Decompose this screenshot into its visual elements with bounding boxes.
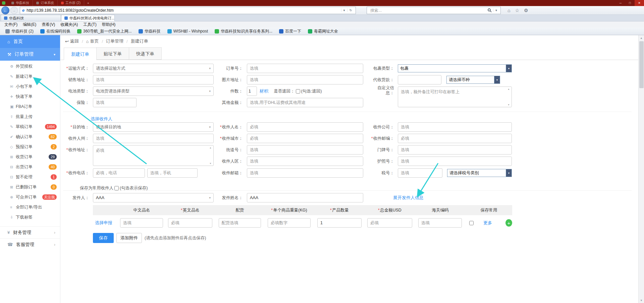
settings-icon[interactable]: ⚙: [524, 8, 528, 13]
sidebar-item[interactable]: ✔ 确认订单 82: [0, 132, 60, 142]
en-name-input[interactable]: [168, 218, 212, 228]
favorite-item[interactable]: 在线编码转换: [38, 28, 73, 34]
new-tab-button[interactable]: +: [84, 1, 92, 5]
order-no-input[interactable]: [247, 64, 363, 73]
search-dropdown-icon[interactable]: ▾: [493, 8, 499, 12]
sidebar-item[interactable]: ⊟ 出货订单 40: [0, 162, 60, 172]
recipient-address-textarea[interactable]: 必填 ▲▼: [93, 145, 214, 166]
sidebar-item-finance[interactable]: ¥ 财务管理 ›: [0, 226, 60, 238]
scroll-down-icon[interactable]: ▼: [639, 298, 644, 303]
sidebar-item[interactable]: ⊠ 已删除订单 0: [0, 182, 60, 192]
menu-item[interactable]: 编辑(E): [20, 22, 39, 27]
tax-type-select[interactable]: 请选择税号类别▼: [447, 169, 512, 177]
favorite-item[interactable]: 华磊科技: [136, 28, 163, 34]
forward-button[interactable]: →: [10, 7, 18, 14]
favorite-item[interactable]: 毒霸网址大全: [305, 28, 341, 34]
sidebar-item-order-management[interactable]: ⚒ 订单管理 ▾: [0, 48, 60, 61]
close-button[interactable]: ✕: [635, 0, 644, 6]
pieces-input[interactable]: [247, 86, 257, 96]
add-attachment-button[interactable]: 添加附件: [116, 233, 142, 243]
menu-item[interactable]: 工具(T): [81, 22, 99, 27]
battery-type-select[interactable]: 电池货请选择类型▾: [93, 86, 214, 96]
scroll-up-icon[interactable]: ▲: [209, 146, 212, 149]
titlebar-tab[interactable]: 华磊科技: [8, 0, 33, 6]
back-button[interactable]: ←: [1, 6, 9, 14]
sender-select[interactable]: AAA▾: [93, 193, 214, 202]
favorite-item[interactable]: 华磊科技知识共享任务系列...: [212, 28, 275, 34]
favorite-item[interactable]: WISH邮 - Wishpost: [165, 28, 211, 34]
cn-name-input[interactable]: [120, 218, 163, 228]
recipient-email-input[interactable]: [247, 168, 363, 178]
house-no-input[interactable]: [398, 145, 512, 155]
sidebar-item[interactable]: ⇩ 下载标签: [0, 212, 60, 222]
titlebar-tab[interactable]: 订单系统: [33, 0, 58, 6]
sidebar-item[interactable]: ◇ 预报订单 2: [0, 142, 60, 152]
scroll-up-icon[interactable]: ▲: [639, 35, 644, 41]
currency-select[interactable]: 请选择币种▼: [446, 76, 500, 84]
scroll-up-icon[interactable]: ▲: [507, 88, 510, 90]
recipient-zip-input[interactable]: [398, 134, 512, 143]
other-amount-input[interactable]: [247, 98, 363, 107]
sidebar-item[interactable]: ✈ 快递下单: [0, 92, 60, 102]
passport-input[interactable]: [398, 157, 512, 166]
choose-recipient-link[interactable]: 选择收件人: [91, 116, 112, 122]
favorite-item[interactable]: 百度一下: [276, 28, 304, 34]
vertical-scrollbar[interactable]: ▲ ▼: [638, 35, 644, 303]
autocomplete-dropdown-icon[interactable]: ▾: [341, 8, 347, 12]
insurance-input[interactable]: [93, 98, 137, 107]
back-link[interactable]: ↩ 返回: [65, 38, 79, 44]
sidebar-item[interactable]: ✎ 草稿订单 1494: [0, 122, 60, 132]
unit-weight-input[interactable]: [268, 218, 311, 228]
menu-item[interactable]: 帮助(H): [100, 22, 118, 27]
sidebar-item[interactable]: ✎ 新建订单: [0, 71, 60, 81]
sidebar-item-customer-service[interactable]: ☎ 客服管理 ›: [0, 238, 60, 250]
choose-declare-link[interactable]: 选择申报: [95, 220, 112, 226]
recipient-state-input[interactable]: [93, 134, 214, 143]
sales-address-input[interactable]: [93, 75, 214, 84]
sidebar-item[interactable]: ⊞ 收货订单 29: [0, 152, 60, 162]
home-icon[interactable]: ⌂: [507, 8, 510, 13]
allocation-input[interactable]: [219, 218, 261, 228]
favorite-item[interactable]: 华磊科技 (2): [3, 28, 36, 34]
breadcrumb-section[interactable]: 订单管理: [106, 38, 123, 44]
scrollbar-thumb[interactable]: [639, 41, 644, 88]
quantity-input[interactable]: [317, 218, 362, 228]
search-input[interactable]: [370, 8, 486, 13]
return-checkbox[interactable]: [296, 89, 300, 94]
expand-sender-link[interactable]: 展开发件人信息: [393, 195, 424, 201]
browser-tab-active[interactable]: 华磊科技测试-跨境电商订... ✕: [61, 15, 115, 21]
refresh-icon[interactable]: ↻: [347, 8, 354, 12]
save-recipient-checkbox[interactable]: [114, 186, 119, 190]
add-product-button[interactable]: +: [505, 219, 512, 227]
browser-tab[interactable]: 华磊科技: [1, 15, 61, 21]
address-bar[interactable]: e http://139.186.78.151:8082/gotoCreateO…: [20, 7, 356, 14]
package-type-select[interactable]: 包裹▼: [398, 64, 512, 72]
district-input[interactable]: [247, 157, 363, 166]
sidebar-item-home[interactable]: ⌂ 首页: [0, 35, 60, 48]
search-icon[interactable]: [488, 8, 491, 11]
recipient-phone-input[interactable]: [93, 168, 145, 178]
sidebar-item[interactable]: ▣ FBA订单: [0, 102, 60, 112]
recipient-city-input[interactable]: [247, 134, 363, 143]
sender-name-input[interactable]: [247, 193, 363, 202]
favorite-item[interactable]: 360导航_新一代安全上网...: [74, 28, 135, 34]
volume-link[interactable]: 材积: [260, 88, 268, 94]
save-button[interactable]: 保存: [93, 233, 114, 243]
save-common-checkbox[interactable]: [469, 221, 474, 225]
sidebar-item[interactable]: ✉ 小包下单: [0, 81, 60, 92]
sidebar-item[interactable]: ⊕ 可合并订单 关注我: [0, 192, 60, 202]
tax-no-input[interactable]: [398, 168, 442, 178]
breadcrumb-home[interactable]: ⌂ 首页: [86, 38, 99, 44]
menu-item[interactable]: 收藏夹(A): [58, 22, 80, 27]
sidebar-item[interactable]: ⇧ 批量上传: [0, 112, 60, 122]
destination-select[interactable]: 请选择目的地▾: [93, 122, 214, 132]
menu-item[interactable]: 查看(V): [39, 22, 57, 27]
search-box[interactable]: ▾: [367, 7, 501, 14]
street-no-input[interactable]: [247, 145, 363, 155]
minimize-button[interactable]: ─: [616, 0, 625, 6]
sidebar-item[interactable]: ≡ 全部订单/导出: [0, 202, 60, 212]
tab-express-order[interactable]: 快递下单: [129, 47, 162, 60]
cod-amount-input[interactable]: [398, 75, 441, 84]
maximize-button[interactable]: □: [625, 0, 635, 6]
custom-info-textarea[interactable]: 选填，额外备注可打印在标签上 ▲▼: [398, 86, 512, 107]
